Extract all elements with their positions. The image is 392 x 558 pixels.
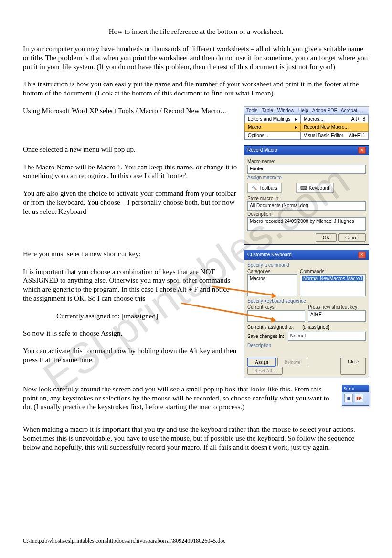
paragraph-intro-2: This instruction is how you can easily p… xyxy=(23,80,369,98)
close-button: Close xyxy=(340,358,366,375)
macro-submenu: Macros...Alt+F8 Record New Macro... Visu… xyxy=(300,115,369,140)
commands-listbox: Normal.NewMacros.Macro3 xyxy=(300,274,366,296)
keyboard-icon: ⌨ xyxy=(300,185,307,190)
commands-label: Commands: xyxy=(300,269,366,274)
menu-tools: Tools xyxy=(246,108,257,113)
assign-macro-label: Assign macro to xyxy=(247,175,366,180)
dialog-titlebar: Record Macro × xyxy=(244,146,369,155)
paragraph-activate: You can activate this command now by hol… xyxy=(23,347,239,365)
reset-all-button: Reset All... xyxy=(247,367,283,375)
paragraph-choice: You are also given the choice to activat… xyxy=(23,189,239,216)
paragraph-popup: Once selected a new menu will pop up. xyxy=(23,145,239,154)
close-icon: × xyxy=(358,147,366,154)
cancel-button: Cancel xyxy=(338,233,366,242)
paragraph-macro-name: The Macro Name will be Macro 1. You can … xyxy=(23,163,239,181)
menu-item-macro: Macro▸ xyxy=(244,123,301,132)
macro-name-field: Footer xyxy=(247,165,366,174)
menu-help: Help xyxy=(298,108,308,113)
screenshot-customize-keyboard-dialog: Customize Keyboard × Specify a command C… xyxy=(244,250,369,378)
tools-dropdown: Letters and Mailings▸ Macro▸ Options... xyxy=(244,115,301,140)
description-label-ck: Description xyxy=(247,343,366,348)
toolbar-titlebar: St ▾ × xyxy=(342,385,369,392)
menu-item-options: Options... xyxy=(245,131,300,139)
stop-recording-icon: ■ xyxy=(344,394,353,402)
specify-sequence-label: Specify keyboard sequence xyxy=(247,298,366,304)
page-title: How to insert the file reference at the … xyxy=(23,28,369,36)
paragraph-assign-safe: So now it is safe to choose Assign. xyxy=(23,329,239,338)
screenshot-stop-recording-toolbar: St ▾ × ■ ▮▮● xyxy=(342,385,369,406)
paragraph-popup-box: Now look carefully around the screen and… xyxy=(23,385,337,411)
submenu-macros: Macros...Alt+F8 xyxy=(301,115,368,123)
assign-toolbars-option: 🔨Toolbars xyxy=(247,183,282,193)
categories-label: Categories: xyxy=(247,269,297,274)
menu-item-letters: Letters and Mailings▸ xyxy=(245,115,300,123)
currently-assigned-value: [unassigned] xyxy=(302,325,329,330)
menu-window: Window xyxy=(277,108,295,113)
menubar: Tools Table Window Help Adobe PDF Acroba… xyxy=(244,107,369,115)
menu-table: Table xyxy=(262,108,273,113)
paragraph-not-assigned: It is important that you choose a combin… xyxy=(23,267,239,303)
remove-button: Remove xyxy=(277,358,307,366)
paragraph-step-1: Using Microsoft Word XP select Tools / M… xyxy=(23,106,239,116)
dialog-titlebar-ck: Customize Keyboard × xyxy=(244,250,369,260)
currently-assigned-label: Currently assigned to: xyxy=(247,325,294,330)
macro-name-label: Macro name: xyxy=(247,159,366,164)
assign-button: Assign xyxy=(247,358,276,367)
paragraph-intro-1: In your computer you may have hundreds o… xyxy=(23,44,369,71)
save-changes-field: Normal xyxy=(288,332,366,341)
submenu-record-new-macro: Record New Macro... xyxy=(300,123,369,132)
specify-command-label: Specify a command xyxy=(247,263,366,268)
paragraph-shortcut: Here you must select a new shortcut key: xyxy=(23,250,239,259)
paragraph-unassigned-line: Currently assigned to: [unassigned] xyxy=(23,312,239,321)
description-label: Description: xyxy=(247,211,366,217)
menu-acrobat: Acrobat… xyxy=(341,108,362,113)
press-new-shortcut-field: Alt+F xyxy=(308,310,366,322)
press-new-shortcut-label: Press new shortcut key: xyxy=(308,305,366,310)
footer-file-path: C:\Inetpub\vhosts\eslprintables.com\http… xyxy=(23,537,226,545)
save-changes-label: Save changes in: xyxy=(247,334,284,339)
store-macro-field: All Documents (Normal.dot) xyxy=(247,201,366,211)
screenshot-tools-menu: Tools Table Window Help Adobe PDF Acroba… xyxy=(244,106,369,140)
current-keys-label: Current keys: xyxy=(247,305,305,310)
menu-adobe-pdf: Adobe PDF xyxy=(312,108,337,113)
close-icon: × xyxy=(358,252,366,258)
assign-keyboard-option: ⌨Keyboard xyxy=(296,183,334,193)
description-field: Macro recorded 24/09/2008 by Michael J H… xyxy=(247,217,366,231)
paragraph-keyboard-advice: When making a macro it is important that… xyxy=(23,425,369,452)
ok-button: OK xyxy=(316,233,337,242)
pause-recording-icon: ▮▮● xyxy=(355,394,363,402)
submenu-vb-editor: Visual Basic EditorAlt+F11 xyxy=(301,131,368,139)
toolbars-icon: 🔨 xyxy=(252,185,257,190)
screenshot-record-macro-dialog: Record Macro × Macro name: Footer Assign… xyxy=(244,145,369,245)
store-macro-label: Store macro in: xyxy=(247,196,366,201)
